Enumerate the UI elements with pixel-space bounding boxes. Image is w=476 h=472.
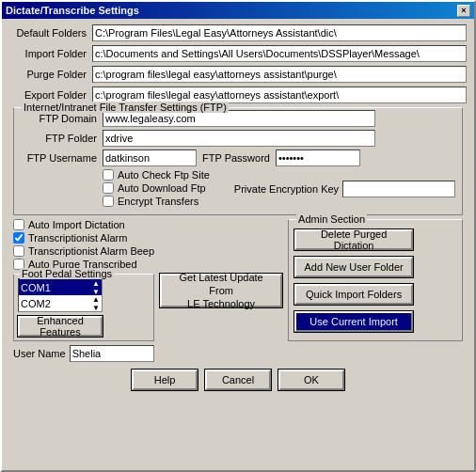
auto-check-label: Auto Check Ftp Site xyxy=(118,169,210,181)
export-folder-label: Export Folder xyxy=(9,89,92,101)
ftp-domain-label: FTP Domain xyxy=(20,113,103,124)
list-item[interactable]: COM1 ▲▼ xyxy=(19,279,102,295)
auto-download-row: Auto Download Ftp xyxy=(103,182,210,194)
import-folder-row: Import Folder xyxy=(9,45,467,62)
default-folders-label: Default Folders xyxy=(9,27,92,39)
enhanced-features-button[interactable]: Enhanced Features xyxy=(18,316,103,337)
alarm-beep-row: Transcriptionist Alarm Beep xyxy=(13,245,154,257)
ftp-username-input[interactable] xyxy=(103,149,197,166)
cancel-button[interactable]: Cancel xyxy=(205,370,271,390)
encrypt-label: Encrypt Transfers xyxy=(118,196,198,207)
transcriptionist-alarm-checkbox[interactable] xyxy=(13,232,24,244)
ftp-credentials-row: FTP Username FTP Password xyxy=(20,149,456,166)
encrypt-row: Encrypt Transfers xyxy=(103,196,210,207)
ok-button[interactable]: OK xyxy=(278,370,344,390)
purge-folder-row: Purge Folder xyxy=(9,66,467,83)
window-title: Dictate/Transcribe Settings xyxy=(6,5,139,16)
ftp-group-label: Internet/Intranet File Transfer Settings… xyxy=(22,102,229,113)
ftp-folder-row: FTP Folder xyxy=(20,130,456,147)
arrow-icon: ▲▼ xyxy=(92,279,100,296)
purge-folder-label: Purge Folder xyxy=(9,69,92,80)
import-folder-input[interactable] xyxy=(92,45,467,62)
username-input[interactable] xyxy=(70,345,154,362)
auto-check-checkbox[interactable] xyxy=(103,169,114,181)
delete-purged-button[interactable]: Delete Purged Dictation xyxy=(294,229,413,250)
username-row: User Name xyxy=(13,345,154,362)
ftp-username-label: FTP Username xyxy=(20,152,103,164)
foot-pedal-group: Foot Pedal Settings COM1 ▲▼ COM2 ▲▼ Enha… xyxy=(13,274,154,341)
arrow-icon: ▲▼ xyxy=(92,295,100,312)
purge-folder-input[interactable] xyxy=(92,66,467,83)
list-item[interactable]: COM2 ▲▼ xyxy=(19,295,102,311)
middle-section: Get Latest Update FromLE Technology xyxy=(160,219,282,362)
ftp-password-input[interactable] xyxy=(276,149,360,166)
use-current-import-button[interactable]: Use Current Import xyxy=(294,311,413,332)
quick-import-button[interactable]: Quick Import Folders xyxy=(294,284,413,305)
admin-section: Admin Section Delete Purged Dictation Ad… xyxy=(288,219,463,362)
auto-import-checkbox[interactable] xyxy=(13,219,24,230)
ftp-folder-label: FTP Folder xyxy=(20,133,103,144)
ftp-password-label: FTP Password xyxy=(202,152,270,164)
default-folders-input[interactable] xyxy=(92,24,467,41)
auto-download-label: Auto Download Ftp xyxy=(118,182,206,194)
auto-import-row: Auto Import Dictation xyxy=(13,219,154,230)
close-button[interactable]: × xyxy=(457,5,470,17)
auto-import-label: Auto Import Dictation xyxy=(28,219,125,230)
encryption-key-label: Private Encryption Key xyxy=(234,183,339,195)
transcriptionist-alarm-row: Transcriptionist Alarm xyxy=(13,232,154,244)
username-label: User Name xyxy=(13,348,66,359)
ftp-folder-input[interactable] xyxy=(103,130,375,147)
default-folders-row: Default Folders xyxy=(9,24,467,41)
alarm-beep-checkbox[interactable] xyxy=(13,245,24,257)
ftp-options-section: Auto Check Ftp Site Auto Download Ftp En… xyxy=(20,169,456,209)
bottom-buttons: Help Cancel OK xyxy=(9,370,467,398)
title-bar-buttons: × xyxy=(457,5,470,17)
alarm-beep-label: Transcriptionist Alarm Beep xyxy=(28,245,154,257)
bottom-section: Auto Import Dictation Transcriptionist A… xyxy=(13,219,463,362)
help-button[interactable]: Help xyxy=(132,370,198,390)
left-options: Auto Import Dictation Transcriptionist A… xyxy=(13,219,154,362)
main-window: Dictate/Transcribe Settings × Default Fo… xyxy=(0,0,476,472)
admin-group: Admin Section Delete Purged Dictation Ad… xyxy=(288,219,463,341)
encryption-key-input[interactable] xyxy=(342,181,455,197)
title-bar: Dictate/Transcribe Settings × xyxy=(2,2,474,19)
admin-group-label: Admin Section xyxy=(296,213,367,225)
add-user-folder-button[interactable]: Add New User Folder xyxy=(294,257,413,277)
update-button[interactable]: Get Latest Update FromLE Technology xyxy=(160,274,282,307)
foot-pedal-listbox[interactable]: COM1 ▲▼ COM2 ▲▼ xyxy=(18,278,103,312)
foot-pedal-group-label: Foot Pedal Settings xyxy=(20,268,114,279)
import-folder-label: Import Folder xyxy=(9,48,92,59)
transcriptionist-alarm-label: Transcriptionist Alarm xyxy=(28,232,127,244)
auto-download-checkbox[interactable] xyxy=(103,182,114,194)
encrypt-checkbox[interactable] xyxy=(103,196,114,207)
ftp-group: Internet/Intranet File Transfer Settings… xyxy=(13,107,463,215)
auto-check-row: Auto Check Ftp Site xyxy=(103,169,210,181)
